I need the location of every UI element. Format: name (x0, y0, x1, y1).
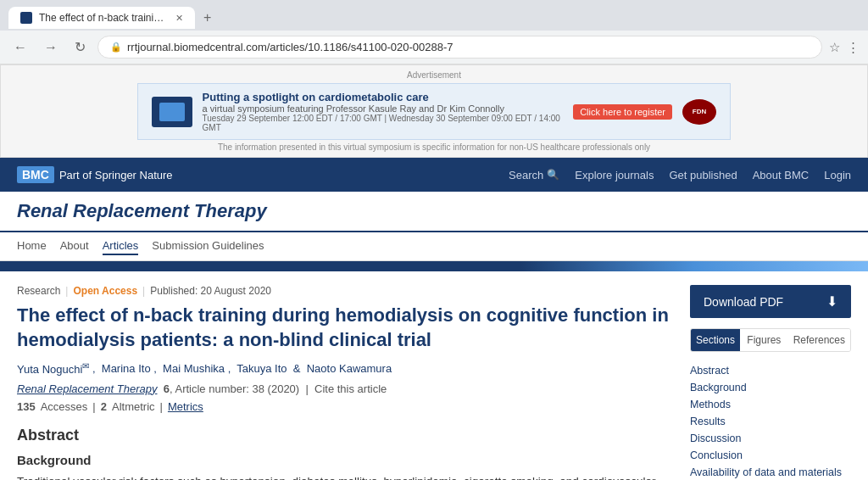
back-button[interactable]: ← (8, 36, 32, 59)
bmc-logo-text: Part of Springer Nature (59, 169, 173, 181)
menu-button[interactable]: ⋮ (847, 40, 860, 55)
sidebar: Download PDF ⬇ Sections Figures Referenc… (690, 285, 851, 480)
ad-disclaimer: The information presented in this virtua… (6, 142, 862, 152)
bmc-logo[interactable]: BMC Part of Springer Nature (17, 166, 173, 183)
nav-search[interactable]: Search 🔍 (509, 169, 559, 181)
site-navigation: Search 🔍 Explore journals Get published … (509, 169, 851, 181)
search-icon: 🔍 (547, 169, 559, 181)
article-title: The effect of n-back training during hem… (17, 304, 673, 352)
tab-favicon (20, 12, 32, 24)
journal-nav-submission[interactable]: Submission Guidelines (152, 237, 264, 255)
meta-published: Published: 20 August 2020 (150, 285, 271, 297)
journal-nav-articles[interactable]: Articles (103, 237, 139, 255)
article-meta: Research | Open Access | Published: 20 A… (17, 285, 673, 297)
nav-explore-journals[interactable]: Explore journals (575, 169, 654, 181)
section-results[interactable]: Results (690, 413, 851, 430)
author-4[interactable]: Takuya Ito (236, 363, 290, 376)
section-availability[interactable]: Availability of data and materials (690, 464, 851, 480)
metrics-bar: 135 Accesses | 2 Altmetric | Metrics (17, 400, 673, 413)
browser-bar: ← → ↻ 🔒 rrtjournal.biomedcentral.com/art… (0, 31, 868, 64)
download-pdf-button[interactable]: Download PDF ⬇ (690, 285, 851, 318)
address-bar[interactable]: 🔒 rrtjournal.biomedcentral.com/articles/… (97, 36, 822, 59)
accesses-label: Accesses (41, 400, 88, 413)
sections-navigation: Abstract Background Methods Results Disc… (690, 362, 851, 480)
section-conclusion[interactable]: Conclusion (690, 447, 851, 464)
download-icon: ⬇ (826, 293, 837, 310)
journal-nav: Home About Articles Submission Guideline… (0, 232, 868, 261)
ad-cta-button[interactable]: Click here to register (573, 104, 672, 120)
browser-chrome: The effect of n-back training ... ✕ + ← … (0, 0, 868, 64)
author-3[interactable]: Mai Mushika (163, 363, 228, 376)
ad-logo-icon (152, 97, 192, 127)
nav-get-published[interactable]: Get published (669, 169, 737, 181)
tab-figures[interactable]: Figures (740, 329, 788, 351)
altmetric-label: Altmetric (112, 400, 155, 413)
section-abstract[interactable]: Abstract (690, 362, 851, 379)
journal-title: Renal Replacement Therapy (17, 200, 851, 222)
journal-link[interactable]: Renal Replacement Therapy (17, 382, 157, 395)
volume-info: 6, Article number: 38 (2020) (160, 382, 299, 395)
metrics-link[interactable]: Metrics (168, 400, 203, 413)
author-1[interactable]: Yuta Noguchi✉ (17, 363, 92, 376)
background-heading: Background (17, 453, 673, 467)
ad-title: Putting a spotlight on cardiometabolic c… (203, 91, 564, 103)
section-discussion[interactable]: Discussion (690, 430, 851, 447)
article-content: Research | Open Access | Published: 20 A… (17, 285, 673, 480)
ad-content: Putting a spotlight on cardiometabolic c… (137, 83, 731, 140)
download-pdf-label: Download PDF (704, 295, 783, 309)
ad-label: Advertisement (6, 70, 862, 80)
author-5[interactable]: Naoto Kawamura (307, 363, 392, 376)
active-tab[interactable]: The effect of n-back training ... ✕ (8, 7, 195, 29)
site-header: BMC Part of Springer Nature Search 🔍 Exp… (0, 158, 868, 192)
journal-nav-about[interactable]: About (60, 237, 89, 255)
ad-banner: Advertisement Putting a spotlight on car… (0, 64, 868, 158)
ad-dates: Tuesday 29 September 12:00 EDT / 17:00 G… (203, 114, 564, 132)
nav-about-bmc[interactable]: About BMC (753, 169, 809, 181)
journal-nav-home[interactable]: Home (17, 237, 47, 255)
decorative-bar (0, 261, 868, 271)
cite-article-link[interactable]: Cite this article (314, 382, 387, 395)
lock-icon: 🔒 (110, 42, 122, 53)
meta-type: Research (17, 285, 60, 297)
nav-login[interactable]: Login (824, 169, 851, 181)
meta-open-access: Open Access (73, 285, 137, 297)
tab-sections[interactable]: Sections (691, 329, 740, 351)
abstract-heading: Abstract (17, 427, 673, 444)
new-tab-button[interactable]: + (195, 5, 220, 31)
bmc-logo-mark: BMC (17, 166, 54, 183)
tab-references[interactable]: References (788, 329, 850, 351)
article-info: Renal Replacement Therapy 6, Article num… (17, 382, 673, 395)
browser-tabs: The effect of n-back training ... ✕ + (0, 0, 868, 31)
author-email-icon: ✉ (82, 360, 89, 370)
browser-actions: ☆ ⋮ (829, 40, 860, 55)
section-background[interactable]: Background (690, 379, 851, 396)
ad-text: Putting a spotlight on cardiometabolic c… (203, 91, 564, 132)
background-text: Traditional vascular risk factors such a… (17, 472, 673, 480)
tab-close-button[interactable]: ✕ (175, 13, 183, 24)
refresh-button[interactable]: ↻ (70, 36, 91, 59)
ad-sponsor-logo: FDN (682, 99, 716, 125)
section-methods[interactable]: Methods (690, 396, 851, 413)
altmetric-count: 2 (101, 400, 107, 413)
url-text: rrtjournal.biomedcentral.com/articles/10… (127, 41, 453, 53)
bookmark-button[interactable]: ☆ (829, 40, 840, 55)
tab-title: The effect of n-back training ... (39, 12, 169, 24)
author-2[interactable]: Marina Ito (102, 363, 153, 376)
section-tabs: Sections Figures References (690, 328, 851, 352)
forward-button[interactable]: → (39, 36, 63, 59)
accesses-count: 135 (17, 400, 36, 413)
authors: Yuta Noguchi✉ , Marina Ito , Mai Mushika… (17, 360, 673, 375)
journal-header: Renal Replacement Therapy (0, 192, 868, 232)
main-layout: Research | Open Access | Published: 20 A… (0, 271, 868, 480)
ad-subtitle: a virtual symposium featuring Professor … (203, 103, 564, 114)
